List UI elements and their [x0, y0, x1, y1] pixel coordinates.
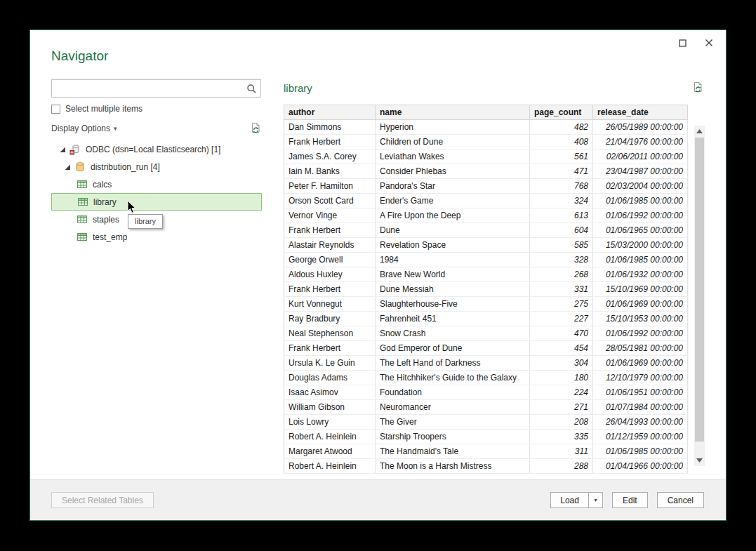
cell-release_date: 01/06/1985 00:00:00 [593, 444, 688, 459]
maximize-icon[interactable] [674, 36, 691, 50]
select-multiple-row: Select multiple items [51, 104, 142, 114]
table-row: Ursula K. Le GuinThe Left Hand of Darkne… [284, 356, 688, 371]
load-dropdown-icon[interactable]: ▾ [588, 493, 602, 507]
tree-item-label: library [93, 197, 117, 207]
cell-page_count: 331 [530, 282, 593, 297]
select-multiple-checkbox[interactable] [51, 105, 60, 114]
column-header-page_count: page_count [530, 105, 593, 120]
cell-name: The Handmaid's Tale [376, 444, 530, 459]
cell-name: The Giver [376, 415, 530, 430]
cell-name: Foundation [376, 385, 530, 400]
chevron-down-icon[interactable]: ▾ [114, 125, 117, 132]
cell-author: Frank Herbert [284, 135, 376, 150]
cell-author: Ray Bradbury [284, 312, 376, 326]
table-row: Vernor VingeA Fire Upon the Deep61301/06… [284, 208, 688, 223]
tree-item-calcs[interactable]: calcs [51, 175, 262, 193]
table-row: Frank HerbertDune Messiah33115/10/1969 0… [284, 282, 688, 297]
cell-page_count: 304 [530, 356, 593, 371]
tree-item-odbc-source[interactable]: ODBC (dsn=Local Elasticsearch) [1] [51, 140, 262, 158]
table-row: Peter F. HamiltonPandora's Star76802/03/… [284, 179, 688, 194]
mouse-cursor-icon [127, 201, 137, 218]
refresh-preview-icon[interactable] [692, 81, 704, 96]
cell-release_date: 01/06/1965 00:00:00 [593, 223, 688, 238]
cell-name: Revelation Space [376, 238, 530, 253]
cell-release_date: 01/12/1959 00:00:00 [593, 430, 688, 444]
preview-title: library [284, 82, 312, 94]
cell-page_count: 227 [530, 312, 593, 326]
tree-item-label: calcs [93, 180, 112, 190]
cell-name: 1984 [376, 253, 530, 267]
expanded-arrow-icon[interactable] [62, 164, 72, 171]
cell-page_count: 288 [530, 459, 593, 474]
tree-item-library[interactable]: library [51, 193, 262, 211]
refresh-icon[interactable] [250, 122, 262, 134]
scroll-down-icon[interactable] [694, 455, 705, 466]
cell-author: Orson Scott Card [284, 194, 376, 208]
close-icon[interactable] [701, 36, 717, 50]
cell-release_date: 01/06/1985 00:00:00 [593, 253, 688, 267]
cell-page_count: 224 [530, 385, 593, 400]
cell-author: Alastair Reynolds [284, 238, 376, 253]
table-row: Neal StephensonSnow Crash47001/06/1992 0… [284, 326, 688, 341]
search-icon[interactable] [242, 80, 260, 97]
scrollbar-thumb[interactable] [695, 138, 704, 442]
table-row: Frank HerbertDune60401/06/1965 00:00:00 [284, 223, 688, 238]
select-related-tables-button[interactable]: Select Related Tables [51, 492, 154, 508]
database-icon [74, 161, 86, 172]
expanded-arrow-icon[interactable] [58, 146, 67, 153]
cancel-button[interactable]: Cancel [657, 492, 704, 508]
cell-author: Frank Herbert [284, 282, 376, 297]
cell-page_count: 482 [530, 120, 593, 135]
edit-button[interactable]: Edit [612, 492, 648, 508]
table-row: Orson Scott CardEnder's Game32401/06/198… [284, 194, 688, 208]
load-split-button: Load ▾ [550, 492, 603, 508]
table-icon [77, 197, 89, 207]
cell-name: Fahrenheit 451 [376, 312, 530, 326]
cell-page_count: 613 [530, 208, 593, 223]
cell-release_date: 01/06/1951 00:00:00 [593, 385, 688, 400]
cell-page_count: 180 [530, 371, 593, 385]
cell-page_count: 271 [530, 400, 593, 415]
cell-release_date: 21/04/1976 00:00:00 [593, 135, 688, 150]
column-header-author: author [284, 105, 376, 120]
cell-page_count: 275 [530, 297, 593, 312]
source-icon [69, 144, 81, 155]
tree-item-test-emp[interactable]: test_emp [51, 228, 262, 246]
cell-page_count: 311 [530, 444, 593, 459]
cell-page_count: 585 [530, 238, 593, 253]
display-options-dropdown[interactable]: Display Options [51, 124, 110, 133]
cell-author: William Gibson [284, 400, 376, 415]
cell-page_count: 470 [530, 326, 593, 341]
search-input[interactable] [52, 80, 242, 97]
table-row: Aldous HuxleyBrave New World26801/06/193… [284, 267, 688, 282]
cell-page_count: 768 [530, 179, 593, 194]
cell-name: Ender's Game [376, 194, 530, 208]
cell-release_date: 01/06/1932 00:00:00 [593, 267, 688, 282]
cell-author: Isaac Asimov [284, 385, 376, 400]
cell-page_count: 561 [530, 150, 593, 164]
scroll-up-icon[interactable] [694, 126, 705, 137]
cell-author: George Orwell [284, 253, 376, 267]
cell-page_count: 604 [530, 223, 593, 238]
cell-name: Consider Phlebas [376, 164, 530, 179]
tree-item-label: distribution_run [4] [91, 162, 160, 172]
cell-name: Dune [376, 223, 530, 238]
footer-bar: Select Related Tables Load ▾ Edit Cancel [30, 479, 726, 520]
cell-release_date: 01/06/1985 00:00:00 [593, 194, 688, 208]
load-button[interactable]: Load [551, 493, 588, 507]
table-icon [77, 232, 88, 242]
column-header-name: name [376, 105, 530, 120]
cell-author: Iain M. Banks [284, 164, 376, 179]
navigator-dialog: Navigator Select multiple items Display … [29, 29, 727, 521]
cell-name: Pandora's Star [376, 179, 530, 194]
table-icon [77, 179, 88, 190]
cell-author: Dan Simmons [284, 120, 376, 135]
tree: ODBC (dsn=Local Elasticsearch) [1]distri… [51, 140, 262, 246]
cell-author: Margaret Atwood [284, 444, 376, 459]
vertical-scrollbar[interactable] [694, 126, 705, 466]
table-row: Frank HerbertChildren of Dune40821/04/19… [284, 135, 688, 150]
table-header-row: authornamepage_countrelease_date [284, 105, 688, 120]
tree-item-distribution-run[interactable]: distribution_run [4] [51, 158, 262, 175]
table-row: William GibsonNeuromancer27101/07/1984 0… [284, 400, 688, 415]
cell-name: The Hitchhiker's Guide to the Galaxy [376, 371, 530, 385]
